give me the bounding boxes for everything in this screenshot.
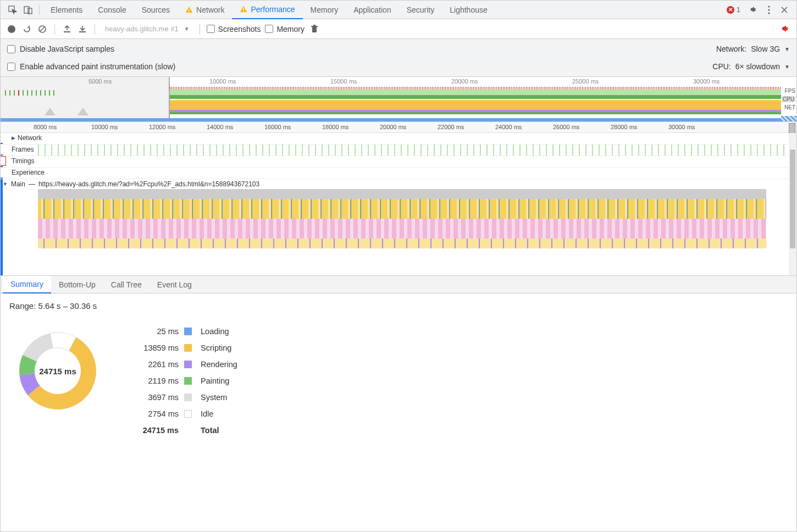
inspect-element-icon[interactable]	[5, 2, 20, 18]
capture-settings-panel: Disable JavaScript samples Network: Slow…	[1, 39, 796, 77]
svg-rect-14	[311, 26, 318, 27]
caret-down-icon: ▼	[184, 26, 190, 32]
tab-performance[interactable]: Performance	[232, 1, 302, 19]
summary-range: Range: 5.64 s – 30.36 s	[9, 301, 788, 311]
svg-point-7	[768, 5, 770, 7]
tab-summary[interactable]: Summary	[3, 276, 51, 293]
enable-paint-instrumentation-input[interactable]	[7, 63, 15, 71]
divider	[200, 24, 200, 35]
track-frames[interactable]: Frames	[1, 145, 796, 156]
svg-rect-13	[312, 27, 317, 32]
svg-point-8	[768, 9, 770, 10]
svg-rect-1	[24, 7, 29, 13]
tick-label: 10000 ms	[91, 124, 118, 130]
flame-row-script[interactable]	[38, 209, 766, 219]
network-throttle-select[interactable]: Network: Slow 3G ▼	[716, 45, 790, 53]
tab-event-log[interactable]: Event Log	[150, 276, 200, 293]
overview-timeline[interactable]: 5000 ms 10000 ms 15000 ms 20000 ms 25000…	[1, 77, 796, 122]
reload-button[interactable]	[21, 24, 32, 35]
memory-checkbox[interactable]: Memory	[265, 25, 305, 34]
tab-bottom-up[interactable]: Bottom-Up	[51, 276, 103, 293]
tab-sources[interactable]: Sources	[134, 1, 178, 19]
tab-lighthouse[interactable]: Lighthouse	[442, 1, 495, 19]
garbage-collect-icon[interactable]	[309, 24, 320, 35]
flame-row-task[interactable]	[38, 189, 766, 199]
device-toolbar-icon[interactable]	[20, 2, 36, 18]
tab-elements[interactable]: Elements	[43, 1, 90, 19]
disable-js-samples-checkbox[interactable]: Disable JavaScript samples	[7, 45, 114, 53]
expand-icon[interactable]: ▶	[12, 135, 15, 141]
enable-paint-instrumentation-checkbox[interactable]: Enable advanced paint instrumentation (s…	[7, 62, 175, 71]
scroll-thumb[interactable]	[790, 149, 795, 248]
tick-label: 10000 ms	[209, 78, 236, 85]
error-count[interactable]: ✕ 1	[727, 5, 740, 14]
track-label: Frames	[12, 146, 34, 153]
tab-application[interactable]: Application	[346, 1, 399, 19]
clear-button[interactable]	[37, 24, 48, 35]
cpu-throttle-select[interactable]: CPU: 6× slowdown ▼	[712, 62, 790, 71]
cpu-throttle-value: 6× slowdown	[735, 62, 780, 71]
tab-security[interactable]: Security	[399, 1, 442, 19]
tick-label: 24000 ms	[495, 124, 522, 130]
overview-markers	[5, 89, 58, 95]
flamechart-tracks[interactable]: ▶Network Frames DCL Timings Experience ▼…	[1, 133, 796, 276]
profile-selector-label: heavy-ads.glitch.me #1	[105, 25, 179, 33]
flame-row-render[interactable]	[38, 229, 766, 239]
fps-label: FPS	[782, 88, 795, 94]
settings-gear-icon[interactable]	[746, 2, 761, 18]
save-profile-icon[interactable]	[77, 24, 88, 35]
flame-row-render[interactable]	[38, 219, 766, 229]
flamechart-ruler[interactable]: 8000 ms 10000 ms 12000 ms 14000 ms 16000…	[1, 122, 796, 133]
track-label: Experience	[12, 169, 45, 176]
vertical-scrollbar[interactable]	[789, 133, 796, 275]
svg-rect-15	[313, 25, 316, 26]
svg-rect-12	[79, 31, 86, 32]
net-label: NET	[782, 104, 795, 110]
track-main-label: Main	[11, 180, 25, 188]
track-main-header[interactable]: ▼ Main — https://heavy-ads.glitch.me/?ad…	[1, 179, 796, 189]
tab-call-tree[interactable]: Call Tree	[103, 276, 150, 293]
screenshots-label: Screenshots	[218, 25, 261, 34]
screenshots-checkbox[interactable]: Screenshots	[207, 25, 261, 34]
memory-label: Memory	[276, 25, 305, 34]
profile-selector[interactable]: heavy-ads.glitch.me #1 ▼	[102, 25, 193, 33]
disable-js-samples-input[interactable]	[7, 45, 15, 53]
flamechart-main[interactable]	[38, 189, 789, 248]
swatch-painting	[184, 377, 192, 385]
tick-label: 15000 ms	[330, 78, 357, 85]
capture-settings-icon[interactable]	[780, 24, 791, 35]
legend-ms: 25 ms	[124, 327, 179, 336]
tick-label: 18000 ms	[322, 124, 348, 130]
summary-donut-chart: 24715 ms	[14, 327, 102, 415]
memory-checkbox-input[interactable]	[265, 25, 273, 33]
tick-label: 8000 ms	[34, 124, 57, 130]
swatch-idle	[184, 410, 192, 418]
more-menu-icon[interactable]	[761, 2, 777, 18]
record-button[interactable]	[6, 24, 17, 35]
caret-down-icon: ▼	[784, 64, 790, 70]
collapse-icon[interactable]: ▼	[3, 181, 8, 187]
flame-row-script[interactable]	[38, 199, 766, 209]
tab-memory[interactable]: Memory	[303, 1, 346, 19]
track-experience[interactable]: Experience	[1, 168, 796, 179]
tick-label: 5000 ms	[88, 78, 112, 85]
performance-toolbar: heavy-ads.glitch.me #1 ▼ Screenshots Mem…	[1, 19, 796, 39]
tick-label: 30000 ms	[668, 124, 695, 130]
warning-icon	[240, 5, 247, 13]
caret-down-icon: ▼	[784, 46, 790, 52]
track-network[interactable]: ▶Network	[1, 133, 796, 145]
disable-js-samples-label: Disable JavaScript samples	[20, 45, 114, 53]
tab-network[interactable]: Network	[178, 1, 232, 19]
overview-ruler: 5000 ms 10000 ms 15000 ms 20000 ms 25000…	[1, 77, 796, 87]
track-timings[interactable]: DCL Timings	[1, 156, 796, 168]
tick-label: 14000 ms	[207, 124, 233, 130]
load-profile-icon[interactable]	[62, 24, 73, 35]
flame-row-paint[interactable]	[38, 239, 766, 248]
svg-point-9	[768, 12, 770, 14]
screenshots-checkbox-input[interactable]	[207, 25, 215, 33]
track-main-url: https://heavy-ads.glitch.me/?ad=%2Fcpu%2…	[38, 180, 259, 188]
close-devtools-icon[interactable]	[777, 2, 792, 18]
legend-ms: 3697 ms	[124, 393, 179, 402]
swatch-loading	[184, 328, 192, 335]
tab-console[interactable]: Console	[90, 1, 134, 19]
